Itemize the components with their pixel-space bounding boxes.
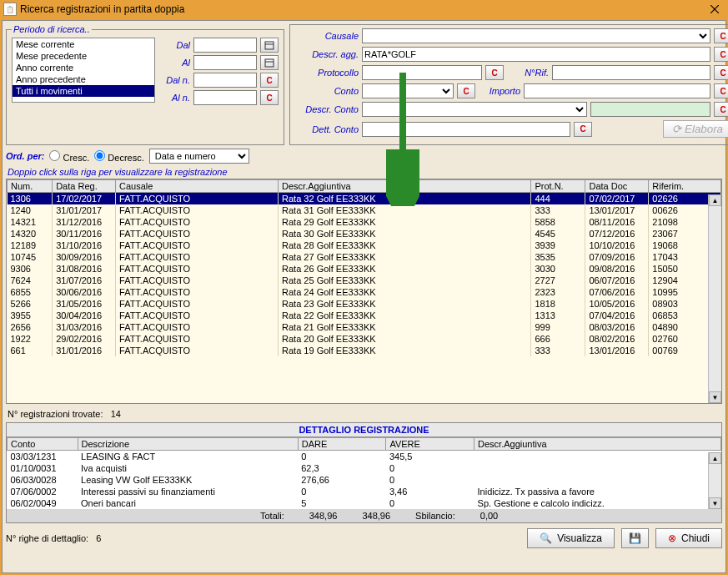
conto-clear-button[interactable]: C <box>457 83 475 98</box>
table-row[interactable]: 1074530/09/2016FATT.ACQUISTORata 27 Golf… <box>8 251 721 263</box>
column-header[interactable]: Num. <box>8 180 53 193</box>
svg-rect-2 <box>265 42 274 49</box>
causale-select[interactable] <box>362 28 710 43</box>
table-row[interactable]: 124031/01/2017FATT.ACQUISTORata 31 Golf … <box>8 204 721 216</box>
table-row[interactable]: 1218931/10/2016FATT.ACQUISTORata 28 Golf… <box>8 240 721 251</box>
dal-input[interactable] <box>193 38 257 53</box>
scroll-up-button[interactable]: ▲ <box>709 452 721 464</box>
close-icon <box>710 5 719 13</box>
al-label: Al <box>162 58 190 68</box>
table-row[interactable]: 01/10/0031Iva acquisti62,30 <box>8 462 721 474</box>
causale-label: Causale <box>295 31 359 41</box>
descrconto-clear-button[interactable]: C <box>714 102 728 117</box>
periodo-item[interactable]: Tutti i movimenti <box>13 85 154 97</box>
save-icon-button[interactable]: 💾 <box>621 528 649 548</box>
daln-input[interactable] <box>193 73 257 88</box>
table-row[interactable]: 130617/02/2017FATT.ACQUISTORata 32 Golf … <box>8 193 721 205</box>
grid-scrollbar[interactable]: ▲ ▼ <box>708 194 721 403</box>
dal-label: Dal <box>162 40 190 50</box>
window-title: Ricerca registrazioni in partita doppia <box>20 3 705 15</box>
nrif-label: N°Rif. <box>507 68 549 78</box>
column-header[interactable]: AVERE <box>386 438 474 451</box>
dal-calendar-button[interactable] <box>260 38 279 53</box>
detail-grid[interactable]: ContoDescrizioneDAREAVEREDescr.Aggiuntiv… <box>7 437 721 509</box>
sbilancio-value: 0,00 <box>480 511 498 521</box>
periodo-legend: Periodo di ricerca.. <box>12 24 92 34</box>
exit-icon: ⊗ <box>668 532 676 544</box>
decresc-radio[interactable] <box>94 150 105 161</box>
table-row[interactable]: 03/03/1231LEASING & FACT0345,5 <box>8 451 721 463</box>
descrconto-select[interactable] <box>362 102 587 117</box>
descragg-clear-button[interactable]: C <box>714 47 728 62</box>
column-header[interactable]: Descr.Aggiuntiva <box>279 180 531 193</box>
dettconto-input[interactable] <box>362 122 570 137</box>
close-button[interactable] <box>705 1 725 18</box>
table-row[interactable]: 526631/05/2016FATT.ACQUISTORata 23 Golf … <box>8 298 721 310</box>
table-row[interactable]: 07/06/0002Interessi passivi su finanziam… <box>8 486 721 497</box>
registrazioni-grid[interactable]: Num.Data Reg.CausaleDescr.AggiuntivaProt… <box>6 179 722 404</box>
ordper-field-select[interactable]: Data e numero <box>149 149 249 164</box>
column-header[interactable]: Riferim. <box>649 180 721 193</box>
causale-clear-button[interactable]: C <box>714 28 728 43</box>
scroll-down-button[interactable]: ▼ <box>709 391 721 403</box>
descrconto-value[interactable] <box>590 102 710 117</box>
dettconto-clear-button[interactable]: C <box>574 122 592 137</box>
periodo-item[interactable]: Anno corrente <box>13 62 154 73</box>
protocollo-label: Protocollo <box>295 68 359 78</box>
column-header[interactable]: Data Reg. <box>53 180 116 193</box>
table-row[interactable]: 1432131/12/2016FATT.ACQUISTORata 29 Golf… <box>8 216 721 228</box>
al-calendar-button[interactable] <box>260 55 279 70</box>
table-row[interactable]: 06/03/0028Leasing VW Golf EE333KK276,660 <box>8 474 721 486</box>
table-row[interactable]: 66131/01/2016FATT.ACQUISTORata 19 Golf E… <box>8 345 721 356</box>
ordper-label: Ord. per: <box>6 151 44 161</box>
decresc-radio-label[interactable]: Decresc. <box>94 150 143 163</box>
scroll-down-button[interactable]: ▼ <box>709 497 721 509</box>
conto-select[interactable] <box>362 83 454 98</box>
periodo-item[interactable]: Mese corrente <box>13 38 154 50</box>
visualizza-button[interactable]: 🔍 Visualizza <box>527 528 615 548</box>
chiudi-button[interactable]: ⊗ Chiudi <box>655 528 722 548</box>
scroll-up-button[interactable]: ▲ <box>709 194 721 206</box>
count-label: N° registrazioni trovate: <box>8 409 103 419</box>
detail-box: DETTAGLIO REGISTRAZIONE ContoDescrizione… <box>6 422 722 523</box>
descragg-input[interactable] <box>362 47 710 62</box>
table-row[interactable]: 1432030/11/2016FATT.ACQUISTORata 30 Golf… <box>8 228 721 240</box>
protocollo-input[interactable] <box>362 65 482 80</box>
table-row[interactable]: 395530/04/2016FATT.ACQUISTORata 22 Golf … <box>8 310 721 321</box>
periodo-item[interactable]: Mese precedente <box>13 50 154 62</box>
calendar-icon <box>264 58 274 68</box>
table-row[interactable]: 265631/03/2016FATT.ACQUISTORata 21 Golf … <box>8 321 721 333</box>
importo-input[interactable] <box>524 83 710 98</box>
detail-scrollbar[interactable]: ▲ ▼ <box>708 452 721 509</box>
table-row[interactable]: 192229/02/2016FATT.ACQUISTORata 20 Golf … <box>8 333 721 345</box>
table-row[interactable]: 685530/06/2016FATT.ACQUISTORata 24 Golf … <box>8 286 721 298</box>
column-header[interactable]: Causale <box>116 180 279 193</box>
table-row[interactable]: 06/02/0049Oneri bancari50Sp. Gestione e … <box>8 497 721 509</box>
table-row[interactable]: 930631/08/2016FATT.ACQUISTORata 26 Golf … <box>8 263 721 275</box>
importo-clear-button[interactable]: C <box>714 83 728 98</box>
column-header[interactable]: Prot.N. <box>531 180 585 193</box>
dettconto-label: Dett. Conto <box>295 124 359 134</box>
periodo-item[interactable]: Anno precedente <box>13 73 154 85</box>
calendar-icon <box>264 40 274 50</box>
cresc-radio[interactable] <box>49 150 60 161</box>
refresh-icon: ⟳ <box>672 123 681 135</box>
protocollo-clear-button[interactable]: C <box>485 65 504 80</box>
column-header[interactable]: Descrizione <box>78 438 298 451</box>
column-header[interactable]: DARE <box>298 438 386 451</box>
nrif-clear-button[interactable]: C <box>714 65 728 80</box>
elabora-button[interactable]: ⟳ Elabora <box>663 120 728 138</box>
titlebar: 📋 Ricerca registrazioni in partita doppi… <box>0 0 728 18</box>
column-header[interactable]: Descr.Aggiuntiva <box>474 438 721 451</box>
aln-input[interactable] <box>193 90 257 105</box>
periodo-list[interactable]: Mese correnteMese precedenteAnno corrent… <box>12 38 155 103</box>
daln-clear-button[interactable]: C <box>260 73 279 88</box>
cresc-radio-label[interactable]: Cresc. <box>49 150 89 163</box>
column-header[interactable]: Conto <box>8 438 78 451</box>
al-input[interactable] <box>193 55 257 70</box>
nrif-input[interactable] <box>552 65 710 80</box>
table-row[interactable]: 762431/07/2016FATT.ACQUISTORata 25 Golf … <box>8 275 721 286</box>
column-header[interactable]: Data Doc <box>585 180 649 193</box>
totals-label: Totali: <box>260 511 284 521</box>
aln-clear-button[interactable]: C <box>260 90 279 105</box>
